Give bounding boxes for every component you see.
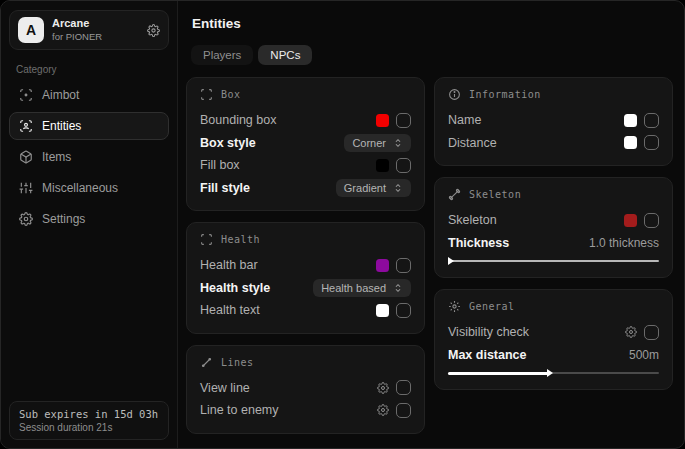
setting-row-thickness: Thickness 1.0 thickness — [448, 232, 659, 255]
card-title: Skeleton — [469, 189, 521, 200]
color-swatch-fill-box[interactable] — [376, 159, 389, 172]
checkbox-distance[interactable] — [644, 135, 659, 150]
max-distance-slider[interactable] — [448, 368, 659, 378]
box-style-dropdown[interactable]: Corner — [344, 134, 411, 152]
color-swatch-name[interactable] — [624, 114, 637, 127]
thickness-value: 1.0 thickness — [589, 236, 659, 250]
color-swatch-skeleton[interactable] — [624, 214, 637, 227]
row-label: Fill style — [200, 181, 250, 195]
health-frame-icon — [200, 233, 213, 246]
sidebar-item-label: Aimbot — [42, 88, 79, 102]
checkbox-line-to-enemy[interactable] — [396, 403, 411, 418]
page-title: Entities — [192, 16, 675, 31]
cube-icon — [19, 150, 33, 164]
row-label: Health text — [200, 303, 260, 317]
bone-icon — [448, 188, 461, 201]
health-card: Health Health bar Health style Health ba… — [186, 222, 425, 334]
row-label: Name — [448, 113, 481, 127]
gear-icon[interactable] — [377, 404, 389, 416]
setting-row-fill-style: Fill style Gradient — [200, 177, 411, 200]
setting-row-bounding-box: Bounding box — [200, 109, 411, 132]
app-window: A Arcane for PIONER Category Aimbot Enti… — [0, 0, 685, 449]
app-name: Arcane — [52, 17, 139, 31]
diagonal-line-icon — [200, 356, 213, 369]
card-title: Health — [221, 234, 260, 245]
row-label: Max distance — [448, 348, 527, 362]
sidebar-item-items[interactable]: Items — [9, 143, 169, 171]
card-title: General — [469, 301, 515, 312]
setting-row-name: Name — [448, 109, 659, 132]
health-style-dropdown[interactable]: Health based — [313, 279, 411, 297]
dropdown-value: Corner — [352, 137, 386, 149]
setting-row-distance: Distance — [448, 132, 659, 155]
slider-handle[interactable] — [448, 257, 454, 265]
sidebar-item-entities[interactable]: Entities — [9, 112, 169, 140]
gear-icon[interactable] — [147, 24, 160, 37]
setting-row-box-style: Box style Corner — [200, 132, 411, 155]
slider-track[interactable] — [448, 260, 659, 262]
gear-icon — [19, 212, 33, 226]
sliders-icon — [19, 181, 33, 195]
row-label: Bounding box — [200, 113, 276, 127]
thickness-slider[interactable] — [448, 256, 659, 266]
max-distance-value: 500m — [629, 348, 659, 362]
color-swatch-bounding-box[interactable] — [376, 114, 389, 127]
sidebar-item-label: Settings — [42, 212, 85, 226]
dropdown-value: Gradient — [344, 182, 386, 194]
tab-players[interactable]: Players — [191, 45, 253, 65]
sidebar-item-label: Items — [42, 150, 71, 164]
row-label: Health bar — [200, 258, 258, 272]
row-label: View line — [200, 381, 250, 395]
sidebar-item-label: Miscellaneous — [42, 181, 118, 195]
setting-row-health-text: Health text — [200, 299, 411, 322]
card-title: Information — [469, 89, 541, 100]
checkbox-health-text[interactable] — [396, 303, 411, 318]
color-swatch-health-bar[interactable] — [376, 259, 389, 272]
gear-icon[interactable] — [625, 326, 637, 338]
main-panel: Entities Players NPCs Box Bounding box — [178, 1, 684, 448]
lines-card: Lines View line Line to enemy — [186, 345, 425, 434]
color-swatch-health-text[interactable] — [376, 304, 389, 317]
brand-text: Arcane for PIONER — [52, 17, 139, 43]
checkbox-view-line[interactable] — [396, 380, 411, 395]
brand-card: A Arcane for PIONER — [9, 10, 169, 50]
tab-bar: Players NPCs — [191, 45, 675, 65]
sub-expires-text: Sub expires in 15d 03h — [19, 408, 159, 420]
entities-icon — [19, 119, 33, 133]
checkbox-name[interactable] — [644, 113, 659, 128]
sidebar-item-settings[interactable]: Settings — [9, 205, 169, 233]
row-label: Health style — [200, 281, 270, 295]
checkbox-fill-box[interactable] — [396, 158, 411, 173]
fill-style-dropdown[interactable]: Gradient — [336, 179, 411, 197]
crosshair-icon — [19, 88, 33, 102]
info-icon — [448, 88, 461, 101]
setting-row-health-bar: Health bar — [200, 254, 411, 277]
app-subtitle: for PIONER — [52, 31, 139, 43]
setting-row-health-style: Health style Health based — [200, 277, 411, 300]
setting-row-skeleton: Skeleton — [448, 209, 659, 232]
sidebar-item-miscellaneous[interactable]: Miscellaneous — [9, 174, 169, 202]
unfold-icon — [393, 138, 403, 148]
sidebar: A Arcane for PIONER Category Aimbot Enti… — [1, 1, 178, 448]
information-card: Information Name Distance — [434, 77, 673, 166]
color-swatch-distance[interactable] — [624, 136, 637, 149]
category-label: Category — [16, 64, 169, 75]
gear-icon — [448, 300, 461, 313]
gear-icon[interactable] — [377, 382, 389, 394]
slider-handle[interactable] — [547, 369, 553, 377]
sidebar-item-aimbot[interactable]: Aimbot — [9, 81, 169, 109]
skeleton-card: Skeleton Skeleton Thickness 1.0 thicknes… — [434, 177, 673, 278]
checkbox-skeleton[interactable] — [644, 213, 659, 228]
card-title: Box — [221, 89, 241, 100]
checkbox-bounding-box[interactable] — [396, 113, 411, 128]
tab-npcs[interactable]: NPCs — [258, 45, 312, 65]
row-label: Visibility check — [448, 325, 529, 339]
slider-fill — [448, 372, 549, 375]
checkbox-health-bar[interactable] — [396, 258, 411, 273]
row-label: Distance — [448, 136, 497, 150]
row-label: Line to enemy — [200, 403, 279, 417]
box-frame-icon — [200, 88, 213, 101]
checkbox-visibility-check[interactable] — [644, 325, 659, 340]
setting-row-fill-box: Fill box — [200, 154, 411, 177]
setting-row-line-to-enemy: Line to enemy — [200, 399, 411, 422]
